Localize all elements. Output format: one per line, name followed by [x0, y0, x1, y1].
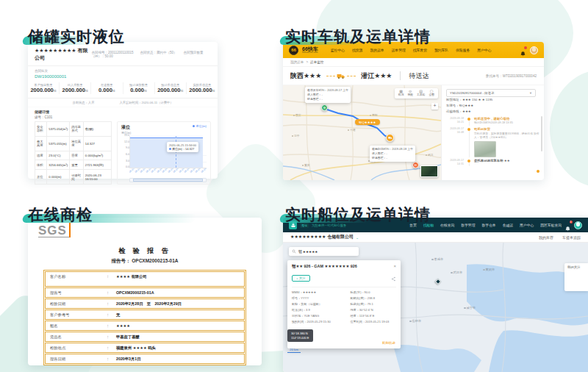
y-tick: 9.0: [121, 147, 129, 150]
ship-track-link[interactable]: 船舶轨迹: [382, 341, 395, 345]
report-row-label: 报告日期: [46, 354, 106, 363]
map-zoom-in-button[interactable]: +: [431, 103, 438, 110]
nav-item[interactable]: 预约车队: [434, 48, 448, 52]
nav-item[interactable]: 运单管理: [392, 48, 406, 52]
contract-batch: 合同批次 DW1900000001: [28, 66, 218, 81]
report-row-label: 检验日期: [46, 299, 106, 308]
timeline-datetime: 2019-09-17 14:31: [446, 159, 464, 166]
cell-value: 2721.963(吨): [83, 160, 111, 170]
nav-item[interactable]: 数字管理: [461, 223, 475, 227]
cell-label: 记录时间: [70, 170, 84, 185]
report-row-label: 报告号: [46, 288, 106, 297]
nav-item[interactable]: 监控中心: [331, 48, 345, 52]
stat-unit: 吨: [180, 89, 183, 93]
user-avatar[interactable]: [574, 221, 582, 229]
chart-legend[interactable]: 液位(m): [193, 124, 207, 128]
report-row-colon: ：: [106, 310, 115, 319]
ship-icon: [290, 222, 296, 228]
route-dash: [326, 76, 335, 76]
map-tool[interactable]: ▦路况: [398, 90, 404, 97]
batch-number[interactable]: DW1900000001: [35, 74, 211, 79]
section-title-ship: 实时船位及运单详情: [285, 207, 431, 222]
truck-nav: 监控中心找货源我的运单运单管理找车发货预约车队保险服务用户中心: [331, 48, 516, 52]
attribute-right: 经度：113°56.8′ E: [351, 313, 396, 319]
chevron-down-icon[interactable]: ⌄: [356, 235, 359, 240]
map-tool[interactable]: ⊙测距: [407, 90, 413, 97]
sgs-logo: SGS: [38, 224, 71, 237]
stat-value: 0.000: [98, 87, 112, 93]
truck-position-marker[interactable]: [386, 134, 394, 142]
share-icon[interactable]: [391, 271, 396, 285]
nav-item[interactable]: 找船舶: [423, 223, 434, 227]
ship-map[interactable]: 武汉市 孝感市 黄冈市 咸宁市 岳阳市 常德市 益阳市 荆州市 鄂★★ 926 …: [283, 243, 588, 372]
report-row-colon: ：: [106, 321, 115, 330]
map-city-label: 武汉市: [451, 271, 462, 274]
nav-item[interactable]: 我的运单: [370, 48, 384, 52]
stat-value: 0.000: [130, 87, 144, 93]
nav-item[interactable]: 在线查询: [440, 223, 454, 227]
destination-marker[interactable]: 卸: [412, 162, 419, 168]
breadcrumb: 我的运单 > 运单监控: [283, 58, 544, 67]
notification-bell-icon[interactable]: 1: [564, 222, 571, 229]
tank-body: 安全容积 5375.054(m³) 内浮盘形式 有(钢) 最大高度 5375.0…: [28, 119, 218, 189]
attribute-left: 船型：货船（运输船）: [292, 301, 351, 307]
panel-scrollbar[interactable]: [541, 116, 542, 151]
cell-label: 最大高度: [35, 136, 47, 151]
map-tool-label: 工具箱: [417, 93, 425, 96]
waybill-select[interactable]: YSD20190917000004 - 待送达 ▼: [446, 89, 536, 97]
follow-button[interactable]: + 关注: [292, 275, 310, 282]
y-tick: 12.0: [121, 141, 129, 144]
stat-cell: 客户预定数量 2000.000吨: [28, 82, 59, 94]
stat-cell: 实际库存总量 2000.000吨: [186, 82, 218, 94]
waybill-number: 委托单号：WTD20190917000042: [486, 74, 537, 78]
timeline-photo-thumbnail[interactable]: [474, 141, 496, 157]
brand-tagline: 为您提供一站式贴心服务: [312, 223, 346, 227]
map-tool[interactable]: ▢全图: [429, 90, 434, 97]
waybill-panel: YSD20190917000004 - 待送达 ▼ 卸货地址：★★★ 150 ★…: [441, 85, 544, 180]
report-row-label: 客户参考号: [46, 310, 106, 319]
attribute-right: 航迹向(度)：79.1: [351, 301, 396, 307]
nav-item[interactable]: 用户中心: [520, 223, 534, 227]
chart-datazoom-slider[interactable]: [129, 178, 207, 182]
chart-header: 液位 液位(m) 液位(m): [121, 124, 207, 135]
notification-bell-icon[interactable]: [520, 47, 526, 54]
nav-item[interactable]: 找车发货: [413, 48, 427, 52]
timeline-title: 委托单已调度派车给 ★★: [474, 159, 539, 163]
search-input[interactable]: [298, 250, 356, 254]
timeline-title: 司机已提货: [474, 127, 539, 132]
report-row: 检验日期 ： 2020年2月28日 至 2020年2月29日: [45, 298, 245, 309]
nav-item[interactable]: 园区车船查询: [540, 223, 562, 227]
company-selector[interactable]: ★★★★★★★★★ 仓储有限公司: [290, 234, 354, 240]
map-toolbar: ▦路况⊙测距▤工具箱▢全图: [395, 88, 438, 99]
nav-item[interactable]: 用户中心: [477, 48, 491, 52]
report-row-colon: ：: [106, 299, 115, 308]
ship-search-box[interactable]: [289, 247, 359, 256]
truck-plate-pill[interactable]: 鄂Q★★★★: [355, 119, 380, 125]
brand-subtitle: 66kuaiche.com: [302, 51, 318, 54]
datazoom-window[interactable]: [133, 179, 203, 182]
nav-item[interactable]: 找货源: [352, 48, 362, 52]
nav-item[interactable]: 数字仓单: [481, 223, 495, 227]
section-title-truck: 实时车轨及运单详情: [285, 29, 431, 44]
breadcrumb-parent[interactable]: 我的运单: [290, 60, 304, 64]
nav-item[interactable]: 保险服务: [456, 48, 470, 52]
truck-icon: [388, 136, 392, 140]
satellite-view-toggle[interactable]: [420, 165, 438, 177]
nav-item[interactable]: 首页: [409, 223, 417, 227]
map-tool[interactable]: ▤工具箱: [417, 90, 425, 97]
user-avatar[interactable]: [530, 46, 538, 54]
nav-item[interactable]: 金融运: [503, 223, 513, 227]
popup-actions: + 关注: [292, 271, 396, 287]
truck-map[interactable]: 西安 汉中 十堰 襄阳 荆门 宜昌 重庆 武汉 最早发车时间：2019-09-1…: [283, 85, 441, 180]
my-follow-panel[interactable]: 我的关注: [564, 263, 588, 291]
quick-link[interactable]: 我的库存: [539, 235, 553, 240]
start-marker[interactable]: 装: [321, 104, 328, 111]
attribute-row: 吃水(米)：3.9 纬度：30°52.6′ N: [292, 307, 396, 313]
map-city-label: 咸宁市: [464, 306, 476, 310]
tank-dashboard-card: ★★★★★★★★★ 有限公司 合同编号：20011200110015 合同状态：…: [28, 42, 218, 179]
batch-label: 合同批次: [35, 69, 211, 73]
report-row: 报告日期 ： 2020年3月1日: [45, 354, 245, 364]
close-icon[interactable]: ×: [393, 264, 396, 268]
quick-link[interactable]: 车提单追踪: [562, 235, 581, 240]
timeline-time: 14:31: [446, 162, 464, 166]
